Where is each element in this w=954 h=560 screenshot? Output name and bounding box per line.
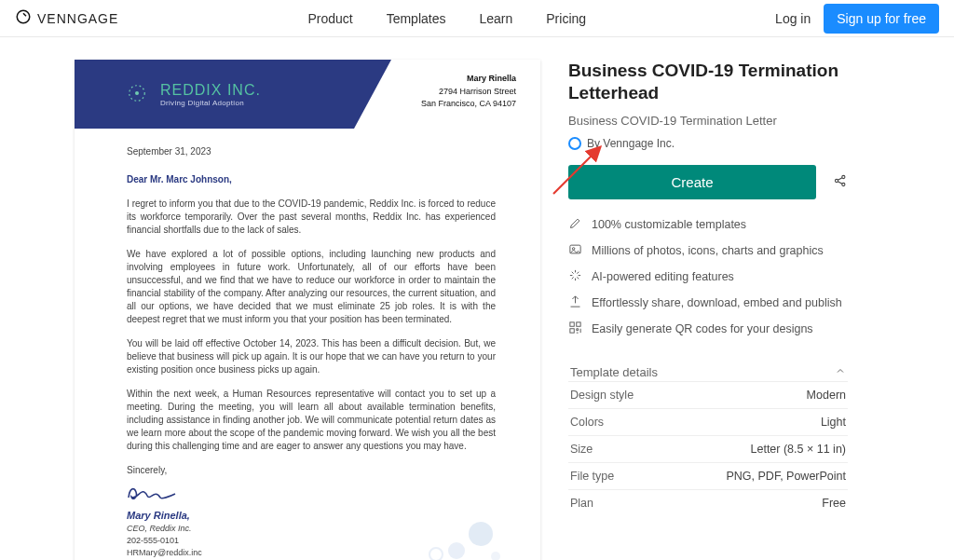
clock-icon bbox=[15, 8, 32, 28]
detail-row: PlanFree bbox=[568, 489, 848, 516]
info-panel: Business COVID-19 Termination Letterhead… bbox=[568, 60, 848, 560]
svg-rect-12 bbox=[570, 321, 574, 325]
letter-para-3: You will be laid off effective October 1… bbox=[127, 337, 496, 376]
feature-label: 100% customizable templates bbox=[592, 218, 746, 231]
detail-key: File type bbox=[568, 462, 667, 489]
feature-label: Millions of photos, icons, charts and gr… bbox=[592, 244, 824, 257]
nav-right: Log in Sign up for free bbox=[775, 4, 939, 34]
dot-circle-icon bbox=[127, 83, 147, 106]
byline-text: By Venngage Inc. bbox=[587, 137, 675, 150]
venngage-badge-icon bbox=[568, 137, 581, 150]
letter-para-2: We have explored a lot of possible optio… bbox=[127, 248, 496, 326]
signup-button[interactable]: Sign up for free bbox=[824, 4, 939, 34]
detail-val: PNG, PDF, PowerPoint bbox=[667, 462, 848, 489]
letter-greet: Dear Mr. Marc Johnson, bbox=[127, 173, 496, 186]
login-link[interactable]: Log in bbox=[775, 11, 811, 26]
svg-rect-13 bbox=[577, 321, 580, 325]
template-title: Business COVID-19 Termination Letterhead bbox=[568, 60, 848, 104]
details-table: Design styleModern ColorsLight SizeLette… bbox=[568, 381, 848, 516]
svg-point-4 bbox=[448, 542, 465, 559]
template-subtitle: Business COVID-19 Termination Letter bbox=[568, 114, 848, 128]
letter-body: September 31, 2023 Dear Mr. Marc Johnson… bbox=[75, 129, 540, 558]
detail-val: Free bbox=[667, 489, 848, 516]
nav-product[interactable]: Product bbox=[307, 11, 352, 26]
detail-row: ColorsLight bbox=[568, 408, 848, 435]
image-icon bbox=[568, 242, 582, 259]
nav-learn[interactable]: Learn bbox=[479, 11, 512, 26]
feature-label: Easily generate QR codes for your design… bbox=[592, 322, 813, 335]
nav-templates[interactable]: Templates bbox=[387, 11, 446, 26]
share-icon[interactable] bbox=[833, 173, 848, 191]
brand-name: VENNGAGE bbox=[37, 11, 118, 26]
svg-point-6 bbox=[491, 552, 500, 560]
detail-val: Light bbox=[667, 408, 848, 435]
qr-icon bbox=[568, 321, 582, 337]
template-details-toggle[interactable]: Template details bbox=[568, 358, 848, 381]
brand-logo[interactable]: VENNGAGE bbox=[15, 8, 118, 28]
feature-qr: Easily generate QR codes for your design… bbox=[568, 321, 848, 337]
template-byline: By Venngage Inc. bbox=[568, 137, 848, 150]
create-button[interactable]: Create bbox=[568, 165, 816, 199]
letter-para-1: I regret to inform you that due to the C… bbox=[127, 198, 496, 237]
detail-key: Plan bbox=[568, 489, 667, 516]
topbar: VENNGAGE Product Templates Learn Pricing… bbox=[0, 0, 954, 37]
sender-name: Mary Rinella bbox=[421, 73, 516, 86]
company-tagline: Driving Digital Adoption bbox=[160, 99, 261, 107]
company-name: REDDIX INC. bbox=[160, 82, 261, 99]
feature-list: 100% customizable templates Millions of … bbox=[568, 216, 848, 337]
feature-media: Millions of photos, icons, charts and gr… bbox=[568, 242, 848, 259]
feature-ai: AI-powered editing features bbox=[568, 268, 848, 285]
detail-row: Design styleModern bbox=[568, 381, 848, 408]
detail-val: Letter (8.5 × 11 in) bbox=[667, 435, 848, 462]
sender-addr1: 2794 Harrison Street bbox=[421, 86, 516, 99]
feature-customizable: 100% customizable templates bbox=[568, 216, 848, 233]
template-preview[interactable]: REDDIX INC. Driving Digital Adoption Mar… bbox=[75, 60, 540, 560]
letter-closer: Sincerely, bbox=[127, 464, 496, 477]
feature-share: Effortlessly share, download, embed and … bbox=[568, 294, 848, 311]
sparkle-icon bbox=[568, 268, 582, 285]
nav-pricing[interactable]: Pricing bbox=[546, 11, 586, 26]
svg-point-5 bbox=[429, 548, 443, 560]
sender-addr2: San Francisco, CA 94107 bbox=[421, 98, 516, 111]
letter-para-4: Within the next week, a Human Resources … bbox=[127, 388, 496, 453]
sender-block: Mary Rinella 2794 Harrison Street San Fr… bbox=[421, 73, 516, 111]
pencil-icon bbox=[568, 216, 582, 233]
detail-row: SizeLetter (8.5 × 11 in) bbox=[568, 435, 848, 462]
feature-label: Effortlessly share, download, embed and … bbox=[592, 296, 842, 309]
detail-key: Colors bbox=[568, 408, 667, 435]
letterhead: REDDIX INC. Driving Digital Adoption Mar… bbox=[75, 60, 540, 129]
svg-point-3 bbox=[469, 522, 493, 546]
detail-key: Design style bbox=[568, 381, 667, 408]
letter-date: September 31, 2023 bbox=[127, 145, 496, 158]
feature-label: AI-powered editing features bbox=[592, 270, 734, 283]
svg-point-0 bbox=[17, 10, 30, 23]
upload-icon bbox=[568, 294, 582, 311]
details-label: Template details bbox=[570, 365, 658, 379]
svg-rect-14 bbox=[570, 328, 574, 332]
detail-key: Size bbox=[568, 435, 667, 462]
detail-val: Modern bbox=[667, 381, 848, 408]
detail-row: File typePNG, PDF, PowerPoint bbox=[568, 462, 848, 489]
svg-point-2 bbox=[135, 90, 139, 94]
main-nav: Product Templates Learn Pricing bbox=[118, 11, 775, 26]
chevron-up-icon bbox=[835, 365, 846, 379]
bubbles-decoration-icon bbox=[419, 517, 503, 560]
signature-icon bbox=[127, 483, 179, 503]
